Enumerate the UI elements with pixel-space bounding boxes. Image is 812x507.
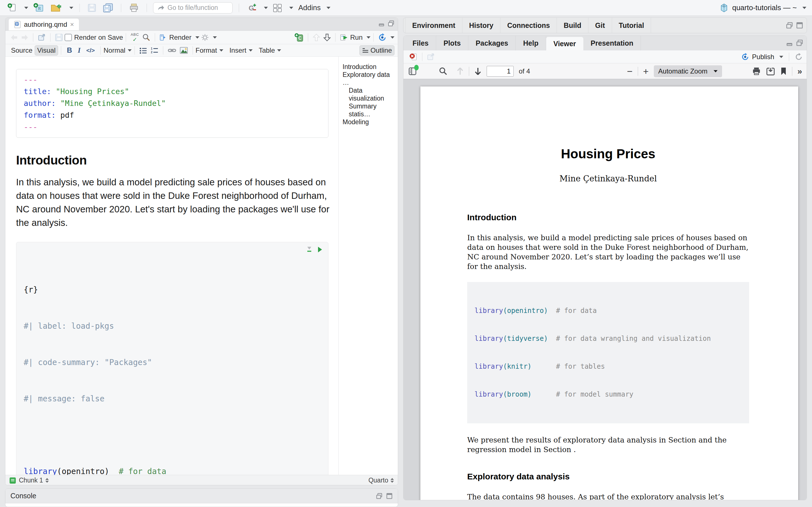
- new-file-caret[interactable]: [24, 7, 28, 9]
- addins-caret[interactable]: [326, 7, 331, 9]
- publish-button[interactable]: Publish: [752, 53, 774, 61]
- visual-mode-button[interactable]: Visual: [35, 45, 58, 55]
- source-mode-button[interactable]: Source: [9, 46, 35, 55]
- outline-item-data-visualization[interactable]: Data visualization: [343, 87, 395, 102]
- bullet-list-icon[interactable]: [138, 46, 149, 55]
- save-all-icon[interactable]: [101, 2, 115, 14]
- zoom-level-select[interactable]: Automatic Zoom: [654, 65, 722, 77]
- tab-packages[interactable]: Packages: [468, 36, 516, 50]
- outline-item-modeling[interactable]: Modeling: [343, 118, 395, 126]
- addins-button[interactable]: Addins: [298, 3, 321, 12]
- git-icon[interactable]: G: [245, 2, 258, 14]
- console-minimize-icon[interactable]: [376, 493, 383, 499]
- paragraph-style-caret[interactable]: [128, 49, 132, 52]
- clear-viewer-icon[interactable]: [407, 52, 419, 62]
- render-caret[interactable]: [195, 36, 199, 39]
- print-pdf-icon[interactable]: [752, 67, 761, 75]
- numbered-list-icon[interactable]: 12: [149, 46, 160, 55]
- paragraph-style-select[interactable]: Normal: [103, 47, 125, 54]
- maximize-pane-icon[interactable]: [388, 20, 395, 27]
- tab-git[interactable]: Git: [589, 18, 612, 33]
- find-next-icon[interactable]: [474, 67, 481, 75]
- code-button[interactable]: </>: [84, 47, 98, 54]
- tab-presentation[interactable]: Presentation: [583, 36, 641, 50]
- table-menu[interactable]: Table: [259, 47, 275, 54]
- render-on-save-checkbox[interactable]: [64, 34, 72, 41]
- save-icon[interactable]: [86, 3, 98, 13]
- insert-menu[interactable]: Insert: [230, 47, 246, 54]
- run-button[interactable]: Run: [338, 33, 364, 43]
- yaml-metadata-block[interactable]: --- title: "Housing Prices" author: "Min…: [16, 69, 328, 138]
- tab-connections[interactable]: Connections: [500, 18, 557, 33]
- find-previous-icon[interactable]: [456, 67, 464, 75]
- viewer-minimize-icon[interactable]: [786, 39, 793, 47]
- table-caret[interactable]: [277, 49, 281, 52]
- outline-item-introduction[interactable]: Introduction: [343, 63, 395, 71]
- pdf-scroll-area[interactable]: Housing Prices Mine Çetinkaya-Rundel Int…: [403, 79, 807, 500]
- panes-caret[interactable]: [289, 7, 293, 9]
- insert-caret[interactable]: [249, 49, 253, 52]
- back-icon[interactable]: [9, 33, 19, 42]
- run-next-icon[interactable]: [322, 33, 333, 43]
- gear-caret[interactable]: [213, 36, 217, 39]
- bold-button[interactable]: B: [64, 46, 75, 55]
- tab-tutorial[interactable]: Tutorial: [612, 18, 651, 33]
- download-pdf-icon[interactable]: [766, 67, 775, 75]
- new-project-icon[interactable]: R: [32, 2, 46, 14]
- outline-toggle-button[interactable]: Outline: [359, 45, 395, 55]
- italic-button[interactable]: I: [75, 46, 84, 55]
- popout-icon[interactable]: [36, 33, 47, 42]
- viewer-popout-icon[interactable]: [425, 52, 437, 62]
- env-maximize-icon[interactable]: [796, 22, 803, 29]
- run-previous-icon[interactable]: [311, 33, 322, 43]
- spellcheck-icon[interactable]: ABC ✓: [129, 32, 141, 43]
- tab-close-icon[interactable]: ×: [70, 20, 74, 29]
- tab-environment[interactable]: Environment: [405, 18, 462, 33]
- tab-help[interactable]: Help: [516, 36, 546, 50]
- outline-item-eda[interactable]: Exploratory data …: [343, 71, 395, 87]
- project-menu[interactable]: R quarto-tutorials — ~: [719, 3, 806, 13]
- open-file-caret[interactable]: [69, 7, 73, 9]
- panes-layout-icon[interactable]: [271, 3, 284, 13]
- zoom-out-button[interactable]: −: [627, 66, 633, 76]
- code-chunk-load-pkgs[interactable]: {r} #| label: load-pkgs #| code-summary:…: [16, 242, 328, 475]
- open-file-icon[interactable]: [49, 2, 64, 13]
- print-icon[interactable]: [128, 2, 140, 13]
- tab-files[interactable]: Files: [405, 36, 436, 50]
- pdf-search-icon[interactable]: [439, 67, 448, 75]
- search-in-doc-icon[interactable]: [141, 33, 152, 43]
- console-maximize-icon[interactable]: [386, 493, 393, 499]
- source-sync-icon[interactable]: [376, 32, 388, 43]
- run-chunk-icon[interactable]: [317, 246, 322, 253]
- zoom-in-button[interactable]: +: [643, 66, 649, 76]
- refresh-viewer-icon[interactable]: [795, 53, 803, 61]
- render-button[interactable]: Render: [158, 33, 193, 43]
- insert-chunk-icon[interactable]: C: [293, 32, 305, 43]
- language-mode-selector[interactable]: Quarto: [368, 476, 388, 484]
- tab-viewer[interactable]: Viewer: [546, 37, 583, 50]
- minimize-pane-icon[interactable]: [378, 20, 385, 27]
- viewer-restore-icon[interactable]: [796, 39, 803, 47]
- page-number-input[interactable]: [487, 66, 514, 76]
- tab-build[interactable]: Build: [557, 18, 589, 33]
- format-menu[interactable]: Format: [196, 47, 217, 54]
- format-caret[interactable]: [219, 49, 223, 52]
- save-doc-icon[interactable]: [53, 33, 64, 43]
- toolbar-more-chevrons[interactable]: »: [797, 66, 802, 76]
- sidebar-toggle-icon[interactable]: [408, 66, 417, 76]
- run-chunks-above-icon[interactable]: [306, 246, 312, 253]
- run-caret[interactable]: [366, 36, 370, 39]
- render-settings-gear-icon[interactable]: [199, 33, 211, 43]
- goto-file-input[interactable]: [167, 4, 224, 11]
- publish-caret[interactable]: [779, 56, 783, 58]
- chunk-position-selector[interactable]: Chunk 1: [19, 476, 43, 484]
- source-sync-caret[interactable]: [391, 36, 395, 39]
- image-icon[interactable]: [178, 46, 190, 55]
- git-caret[interactable]: [264, 7, 268, 9]
- visual-editor-content[interactable]: --- title: "Housing Prices" author: "Min…: [5, 57, 338, 475]
- new-file-icon[interactable]: [6, 2, 18, 14]
- env-restore-icon[interactable]: [786, 22, 793, 29]
- forward-icon[interactable]: [19, 33, 30, 42]
- chunk-selector-arrows-icon[interactable]: [45, 478, 49, 483]
- goto-file-search[interactable]: [153, 2, 233, 13]
